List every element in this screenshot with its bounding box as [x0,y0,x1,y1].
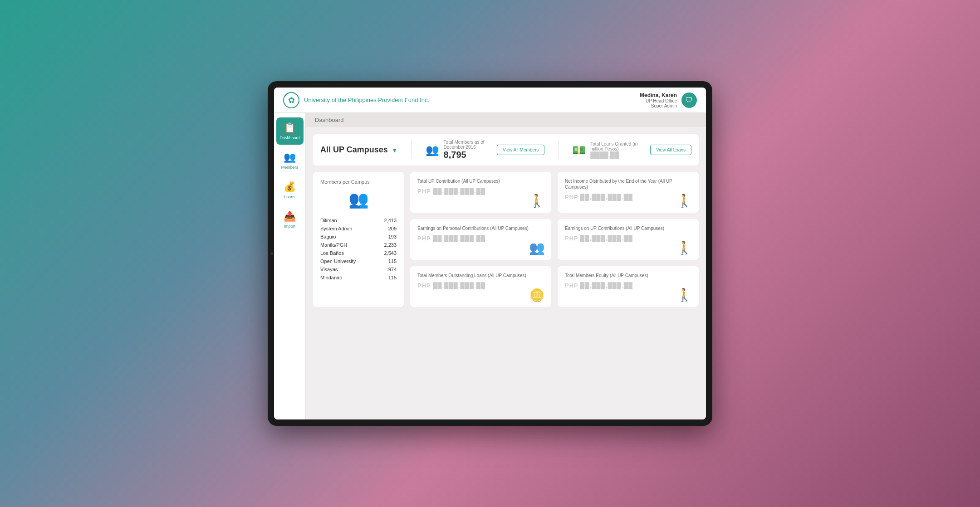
user-info: Medina, Karen UP Head Office Super Admin [640,92,677,108]
metric-card-net-income-distributed: Net Income Distributed by the End of the… [558,172,699,213]
metric-card-outstanding-loans: Total Members Outstanding Loans (All UP … [410,266,551,307]
metric-label-earnings-up: Earnings on UP Contributions (All UP Cam… [565,225,691,231]
view-all-members-button[interactable]: View All Members [497,145,544,155]
campus-row: Baguio193 [320,233,397,241]
stats-bar: All UP Campuses ▼ 👥 Total Members as of … [313,134,699,166]
page-title: Dashboard [315,117,344,123]
campus-row: Diliman2,413 [320,216,397,224]
main-layout: 📋 Dashboard 👥 Members 💰 Loans 📤 Import [274,113,706,419]
content-area: Dashboard All UP Campuses ▼ 👥 [306,113,706,419]
metric-label-net-income-distributed: Net Income Distributed by the End of the… [565,178,691,190]
campus-name: Los Baños [320,250,344,256]
sidebar-item-members[interactable]: 👥 Members [276,147,304,174]
campus-rows-container: Diliman2,413System Admin209Baguio193Mani… [320,216,397,282]
campus-count: 115 [388,258,397,264]
metric-label-total-up-contribution: Total UP Contribution (All UP Campuses) [417,178,544,184]
stat-divider-1 [412,141,412,159]
dashboard-icon: 📋 [284,122,296,134]
metric-value-earnings-personal: PHP ██,███,███.██ [417,235,544,242]
sidebar-label-dashboard: Dashboard [279,136,299,140]
stat-divider-2 [558,141,559,159]
metric-icon-outstanding-loans: 🪙 [529,288,545,302]
members-stat-info: Total Members as of December 2016 8,795 [444,140,492,160]
header-right: Medina, Karen UP Head Office Super Admin… [640,92,697,108]
org-name: University of the Philippines Provident … [304,97,429,103]
logo-area: ✿ University of the Philippines Providen… [283,92,429,108]
metric-icon-earnings-up: 🚶 [676,240,692,255]
metric-value-outstanding-loans: PHP ██,███,███.██ [417,282,544,289]
metric-icon-total-up-contribution: 🚶 [529,193,545,208]
cards-row: Members per Campus 👥 Diliman2,413System … [313,172,699,307]
tablet-camera [270,252,273,255]
campus-count: 2,233 [384,242,397,248]
campus-icon-area: 👥 [320,190,397,209]
campus-count: 209 [388,226,397,231]
app-header: ✿ University of the Philippines Providen… [274,88,706,113]
logo-icon: ✿ [288,95,295,105]
logo-circle: ✿ [283,92,299,108]
sidebar-item-dashboard[interactable]: 📋 Dashboard [276,117,304,145]
sidebar-item-import[interactable]: 📤 Import [276,206,304,233]
campus-row: Visayas974 [320,265,397,273]
metric-card-members-equity: Total Members Equity (All UP Campuses)PH… [558,266,699,307]
members-per-campus-card: Members per Campus 👥 Diliman2,413System … [313,172,404,307]
user-avatar: 🛡 [681,93,697,108]
view-all-loans-button[interactable]: View All Loans [650,145,691,155]
metric-card-earnings-up: Earnings on UP Contributions (All UP Cam… [558,219,699,260]
campus-row: Manila/PGH2,233 [320,241,397,249]
sidebar-label-members: Members [281,165,299,170]
campus-name: Mindanao [320,275,342,280]
campus-label: All UP Campuses [320,145,388,155]
metric-value-total-up-contribution: PHP ██,███,███.██ [417,188,544,195]
metric-icon-members-equity: 🚶 [676,288,692,302]
metric-label-members-equity: Total Members Equity (All UP Campuses) [565,273,691,278]
user-name: Medina, Karen [640,92,677,98]
campus-name: System Admin [320,226,352,231]
loans-stat-label: Total Loans Granted (in million Pesos) [590,141,646,151]
page-title-bar: Dashboard [306,113,706,127]
campus-big-icon: 👥 [348,190,369,209]
metric-label-earnings-personal: Earnings on Personal Contributions (All … [417,225,544,231]
loans-stat-value: ████.██ [590,151,646,159]
members-icon: 👥 [284,151,296,163]
loans-stat-icon: 💵 [572,144,586,156]
sidebar: 📋 Dashboard 👥 Members 💰 Loans 📤 Import [274,113,306,419]
members-stat-icon: 👥 [426,144,439,156]
metric-icon-earnings-personal: 👥 [529,240,545,255]
campus-count: 974 [388,267,397,272]
campus-count: 2,543 [384,250,397,256]
campus-row: Mindanao115 [320,273,397,282]
campus-row: Los Baños2,543 [320,249,397,257]
campus-select[interactable]: All UP Campuses ▼ [320,145,398,155]
campus-count: 2,413 [384,218,397,223]
metric-card-total-up-contribution: Total UP Contribution (All UP Campuses)P… [410,172,551,213]
loans-stat-section: 💵 Total Loans Granted (in million Pesos)… [572,141,691,159]
tablet-frame: ✿ University of the Philippines Providen… [268,81,712,426]
metric-value-earnings-up: PHP ██,███,███.██ [565,235,691,242]
campus-row: System Admin209 [320,224,397,233]
metric-value-net-income-distributed: PHP ██,███,███.██ [565,194,691,200]
sidebar-label-import: Import [284,224,296,229]
metric-label-outstanding-loans: Total Members Outstanding Loans (All UP … [417,273,544,278]
loans-stat-info: Total Loans Granted (in million Pesos) █… [590,141,646,159]
dashboard-content: All UP Campuses ▼ 👥 Total Members as of … [306,127,706,321]
right-cards-grid: Total UP Contribution (All UP Campuses)P… [410,172,699,307]
metric-icon-net-income-distributed: 🚶 [676,193,692,208]
tablet-screen: ✿ University of the Philippines Providen… [274,88,706,419]
campus-name: Visayas [320,267,338,272]
import-icon: 📤 [284,210,296,222]
members-per-campus-title: Members per Campus [320,179,397,185]
user-role-line1: UP Head Office [640,98,677,103]
campus-count: 115 [388,275,397,280]
metric-card-earnings-personal: Earnings on Personal Contributions (All … [410,219,551,260]
campus-row: Open University115 [320,257,397,265]
shield-icon: 🛡 [686,96,693,104]
campus-count: 193 [388,234,397,239]
loans-icon: 💰 [284,181,296,193]
user-role-line2: Super Admin [640,103,677,108]
metric-value-members-equity: PHP ██,███,███.██ [565,282,691,289]
sidebar-label-loans: Loans [284,195,295,199]
campus-name: Diliman [320,218,337,223]
dropdown-arrow-icon: ▼ [392,146,398,154]
sidebar-item-loans[interactable]: 💰 Loans [276,176,304,204]
